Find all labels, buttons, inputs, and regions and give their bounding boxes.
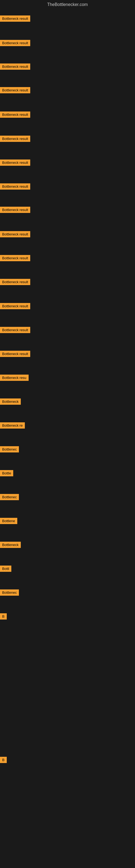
bottleneck-item[interactable]: Bottle	[0, 470, 13, 476]
bottleneck-badge: Bottleneck result	[0, 327, 30, 333]
bottleneck-badge: Bottleneck result	[0, 40, 30, 46]
bottleneck-badge: Bottleneck re	[0, 422, 25, 429]
bottleneck-badge: Bottleneck result	[0, 183, 30, 190]
bottleneck-badge: Bottlene	[0, 518, 17, 524]
bottleneck-badge: B	[0, 757, 7, 763]
bottleneck-badge: Bottleneck result	[0, 87, 30, 93]
bottleneck-badge: Bottl	[0, 565, 11, 572]
bottleneck-badge: Bottleneck result	[0, 135, 30, 142]
site-title: TheBottlenecker.com	[0, 0, 135, 9]
bottleneck-badge: Bottleneck result	[0, 112, 30, 118]
bottleneck-item[interactable]: Bottleneck result	[0, 303, 30, 309]
bottleneck-item[interactable]: Bottleneck result	[0, 255, 30, 261]
bottleneck-badge: Bottleneck result	[0, 303, 30, 309]
bottleneck-item[interactable]: Bottleneck result	[0, 16, 30, 22]
bottleneck-item[interactable]: Bottleneck result	[0, 183, 30, 190]
bottleneck-item[interactable]: Bottlenec	[0, 494, 19, 500]
bottleneck-item[interactable]: Bottleneck result	[0, 351, 30, 357]
bottleneck-badge: Bottle	[0, 470, 13, 476]
bottleneck-item[interactable]: Bottlenec	[0, 589, 19, 596]
bottleneck-badge: Bottlenec	[0, 494, 19, 500]
bottleneck-item[interactable]: Bottleneck result	[0, 112, 30, 118]
bottleneck-badge: Bottleneck result	[0, 16, 30, 22]
bottleneck-item[interactable]: Bottlene	[0, 518, 17, 524]
bottleneck-item[interactable]: Bottl	[0, 565, 11, 572]
bottleneck-badge: B	[0, 613, 7, 620]
bottleneck-badge: Bottleneck result	[0, 207, 30, 213]
bottleneck-badge: Bottleneck result	[0, 351, 30, 357]
bottleneck-badge: Bottleneck result	[0, 279, 30, 285]
bottleneck-badge: Bottleneck	[0, 399, 21, 405]
bottleneck-badge: Bottleneck	[0, 542, 21, 548]
bottleneck-item[interactable]: Bottleneck result	[0, 87, 30, 93]
bottleneck-badge: Bottleneck result	[0, 63, 30, 70]
bottleneck-badge: Bottleneck result	[0, 231, 30, 237]
bottleneck-badge: Bottlenec	[0, 446, 19, 453]
bottleneck-item[interactable]: Bottleneck result	[0, 40, 30, 46]
bottleneck-item[interactable]: Bottleneck re	[0, 422, 25, 429]
bottleneck-item[interactable]: Bottleneck	[0, 542, 21, 548]
bottleneck-item[interactable]: Bottleneck result	[0, 159, 30, 166]
bottleneck-item[interactable]: B	[0, 757, 7, 763]
bottleneck-item[interactable]: Bottleneck resu	[0, 375, 29, 381]
bottleneck-item[interactable]: Bottleneck result	[0, 207, 30, 213]
bottleneck-item[interactable]: Bottleneck result	[0, 135, 30, 142]
bottleneck-item[interactable]: Bottleneck	[0, 399, 21, 405]
bottleneck-item[interactable]: Bottlenec	[0, 446, 19, 453]
bottleneck-item[interactable]: Bottleneck result	[0, 231, 30, 237]
bottleneck-item[interactable]: Bottleneck result	[0, 279, 30, 285]
bottleneck-item[interactable]: B	[0, 613, 7, 620]
bottleneck-badge: Bottleneck result	[0, 255, 30, 261]
bottleneck-badge: Bottleneck result	[0, 159, 30, 166]
bottleneck-item[interactable]: Bottleneck result	[0, 63, 30, 70]
bottleneck-badge: Bottleneck resu	[0, 375, 29, 381]
bottleneck-badge: Bottlenec	[0, 589, 19, 596]
bottleneck-item[interactable]: Bottleneck result	[0, 327, 30, 333]
